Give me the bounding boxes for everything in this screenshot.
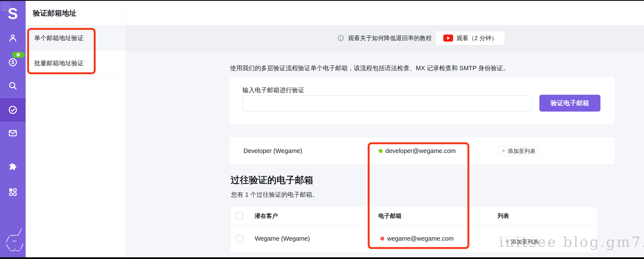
- svg-text:$: $: [11, 59, 14, 65]
- row-checkbox[interactable]: [236, 235, 243, 242]
- tutorial-text: 观看关于如何降低退回率的教程: [348, 34, 432, 42]
- bottom-black-strip: [0, 257, 644, 259]
- column-header-email: 电子邮箱: [378, 207, 402, 225]
- search-icon[interactable]: [0, 81, 26, 90]
- verify-email-button[interactable]: 验证电子邮箱: [539, 95, 600, 112]
- column-header-list: 列表: [498, 207, 509, 225]
- info-icon: [337, 35, 344, 42]
- status-dot-valid: [378, 149, 383, 153]
- add-to-list-label: 添加至列表: [508, 147, 536, 155]
- watermark-logo-icon: [4, 228, 27, 253]
- main-top-bar: [126, 1, 644, 25]
- plus-icon: +: [502, 148, 506, 154]
- integrations-puzzle-icon[interactable]: [0, 162, 26, 171]
- select-all-checkbox[interactable]: [236, 212, 243, 220]
- dollar-credits-icon[interactable]: $: [0, 58, 26, 67]
- email-input[interactable]: [242, 96, 532, 111]
- column-header-prospect: 潜在客户: [255, 207, 278, 225]
- page-title: 验证邮箱地址: [33, 1, 76, 25]
- table-row-prospect: Wegame (Wegame): [255, 225, 310, 253]
- watch-button-label: 观看（2 分钟）: [456, 34, 497, 42]
- person-icon[interactable]: [0, 33, 26, 43]
- latest-result-email-cell: developer@wegame.com: [378, 137, 456, 164]
- email-input-label: 输入电子邮箱进行验证: [242, 86, 304, 94]
- history-section-title: 过往验证的电子邮箱: [230, 174, 313, 186]
- latest-result-email: developer@wegame.com: [386, 147, 456, 154]
- youtube-icon: [443, 34, 453, 42]
- watch-tutorial-button[interactable]: 观看（2 分钟）: [436, 31, 505, 45]
- apps-grid-icon[interactable]: [0, 187, 26, 197]
- verification-description: 使用我们的多层验证流程验证单个电子邮箱，该流程包括语法检查、MX 记录检查和 S…: [230, 64, 509, 72]
- new-badge: 新: [12, 52, 25, 58]
- latest-result-prospect: Developer (Wegame): [244, 137, 302, 164]
- nav-item-bulk-verification[interactable]: 批量邮箱地址验证: [26, 51, 126, 76]
- mail-campaigns-icon[interactable]: [0, 128, 26, 138]
- nav-item-single-verification[interactable]: 单个邮箱地址验证: [26, 25, 126, 51]
- table-row-email: wegame@wegame.com: [387, 235, 454, 242]
- status-dot-invalid: [380, 237, 384, 241]
- table-row-email-cell: wegame@wegame.com: [380, 225, 454, 253]
- watermark-text: initsee blog.gm7.org: [499, 234, 644, 250]
- app-logo[interactable]: S: [0, 5, 26, 23]
- nav-item-label: 单个邮箱地址验证: [34, 34, 84, 42]
- verify-check-icon[interactable]: [0, 105, 26, 115]
- tutorial-row: 观看关于如何降低退回率的教程 观看（2 分钟）: [337, 25, 505, 51]
- add-to-list-button[interactable]: + 添加至列表: [498, 146, 539, 156]
- nav-item-label: 批量邮箱地址验证: [34, 59, 84, 68]
- history-section-subtitle: 您有 1 个过往验证的电子邮箱。: [231, 191, 318, 199]
- history-table-header-row: [231, 207, 597, 225]
